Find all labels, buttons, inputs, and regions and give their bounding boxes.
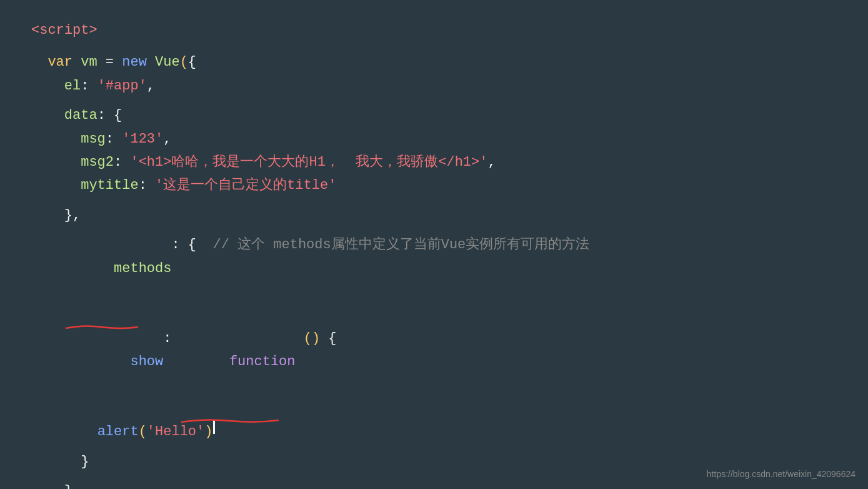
- line-msg: msg : '123' ,: [31, 128, 837, 151]
- blank-line-2: [31, 98, 837, 104]
- code-block: <script> var vm = new Vue ( { el : '#app…: [0, 0, 868, 489]
- line-mytitle: mytitle : '这是一个自己定义的title': [31, 174, 837, 197]
- line-alert: alert ( 'Hello' ): [31, 420, 837, 443]
- line-script-tag: <script>: [31, 19, 837, 42]
- line-var-vm: var vm = new Vue ( {: [31, 51, 837, 74]
- line-msg2: msg2 : '<h1>哈哈，我是一个大大的H1， 我大，我骄傲</h1>' ,: [31, 151, 837, 174]
- blank-line-5: [31, 444, 837, 450]
- function-keyword: function: [229, 354, 296, 370]
- script-tag: <script>: [31, 19, 97, 42]
- line-close-methods: }: [31, 480, 837, 489]
- line-show-function: show : function () {: [31, 327, 837, 421]
- blank-line-4: [31, 227, 837, 233]
- watermark: https://blog.csdn.net/weixin_42096624: [707, 469, 856, 479]
- cursor: [213, 420, 215, 434]
- line-el: el : '#app' ,: [31, 74, 837, 98]
- line-data: data : {: [31, 104, 837, 127]
- line-methods: methods : { // 这个 methods属性中定义了当前Vue实例所有…: [31, 233, 837, 327]
- blank-line-3: [31, 198, 837, 204]
- line-close-data: } ,: [31, 204, 837, 227]
- methods-property: methods: [114, 261, 171, 276]
- blank-line-1: [31, 42, 837, 51]
